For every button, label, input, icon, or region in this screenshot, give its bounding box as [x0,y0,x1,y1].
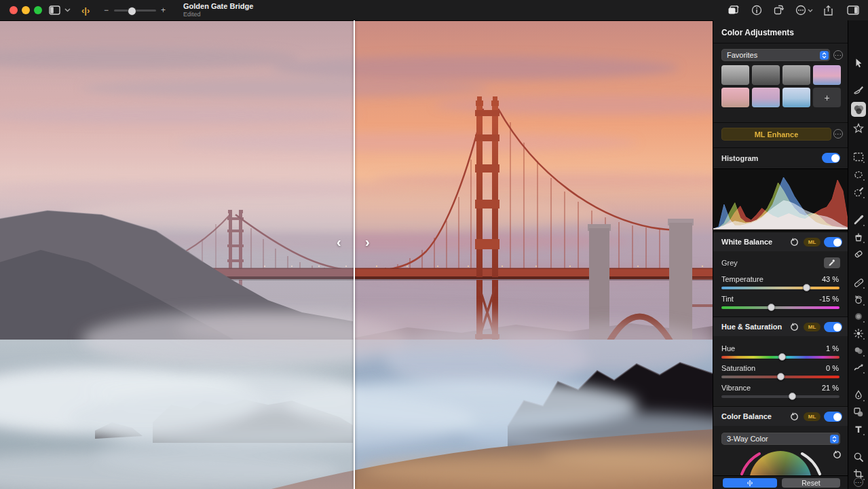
temperature-slider[interactable] [721,287,839,289]
saturation-slider-knob[interactable] [777,373,785,380]
vibrance-slider[interactable] [721,395,839,398]
preset-thumbnail-cool-blue[interactable] [782,88,810,107]
more-options-button[interactable] [795,4,806,16]
compare-mode-button[interactable]: ‹|› [81,4,90,16]
rect-select-tool-icon[interactable] [851,149,866,164]
preset-thumbnail-purple[interactable] [813,65,841,85]
color-wheel-reset-icon[interactable] [832,450,842,460]
color-balance-title: Color Balance [721,412,772,420]
hue-saturation-ml-badge[interactable]: ML [804,323,820,331]
color-balance-toggle[interactable] [824,412,842,422]
temperature-slider-knob[interactable] [803,284,810,291]
add-preset-button[interactable]: + [813,88,841,107]
arrange-tool-icon[interactable] [851,56,866,71]
minimize-window-button[interactable] [22,6,30,14]
zoom-in-button[interactable]: + [161,4,166,16]
saturation-label: Saturation [721,364,755,372]
color-adjustments-panel: Color Adjustments Favorites ··· + ML Enh… [713,20,848,489]
canvas-settings-icon[interactable] [728,4,740,16]
hue-label: Hue [721,344,735,352]
hue-slider-knob[interactable] [778,353,786,361]
warp-tool-icon[interactable] [851,360,866,375]
tint-label: Tint [721,295,734,303]
close-window-button[interactable] [10,6,18,14]
compare-right-arrow-icon[interactable]: › [365,234,370,250]
grey-eyedropper-button[interactable] [824,257,840,268]
presets-dropdown[interactable]: Favorites [721,49,830,61]
pen-tool-icon[interactable] [851,388,866,403]
toggle-right-sidebar-button[interactable] [847,4,859,16]
white-balance-title: White Balance [721,238,772,246]
share-button[interactable] [823,4,833,16]
color-balance-ml-badge[interactable]: ML [804,412,820,421]
color-adjustments-tool-icon[interactable] [851,102,866,117]
sidebar-chevron-down-icon[interactable] [64,4,71,16]
preset-thumbnail-bw-dark[interactable] [752,65,780,85]
compare-split-divider[interactable] [354,20,355,489]
grey-label: Grey [721,259,738,267]
vibrance-value: 21 % [822,384,839,392]
zoom-window-button[interactable] [34,6,42,14]
effects-tool-icon[interactable] [851,121,866,136]
white-balance-ml-badge[interactable]: ML [804,238,820,247]
document-title: Golden Gate Bridge [183,2,253,10]
panel-title: Color Adjustments [721,28,794,37]
reset-button[interactable]: Reset [782,478,840,488]
tint-value: -15 % [819,295,839,303]
repair-tool-icon[interactable] [851,275,866,290]
preset-thumbnail-bw-medium[interactable] [782,65,810,85]
presets-more-button[interactable]: ··· [833,50,843,60]
tint-slider[interactable] [721,306,839,309]
clone-tool-icon[interactable] [851,292,866,307]
zoom-tool-icon[interactable] [851,450,866,465]
histogram-toggle[interactable] [822,153,840,163]
photo-before [0,20,355,489]
histogram-label: Histogram [721,154,758,162]
saturation-slider[interactable] [721,376,839,378]
color-balance-mode-dropdown[interactable]: 3-Way Color [721,433,840,445]
type-tool-icon[interactable] [851,422,866,437]
hue-slider[interactable] [721,356,839,359]
hue-saturation-toggle[interactable] [824,322,842,332]
vibrance-slider-knob[interactable] [789,393,796,400]
more-options-chevron-icon[interactable] [808,4,813,16]
free-select-tool-icon[interactable] [851,167,866,182]
hue-saturation-reset-icon[interactable] [789,322,799,332]
panel-footer: ‹|› Reset [713,475,848,489]
color-balance-mode-value: 3-Way Color [727,435,768,443]
soften-tool-icon[interactable] [851,309,866,324]
preset-thumbnail-bw-light[interactable] [721,65,749,85]
temperature-label: Temperature [721,275,763,283]
toggle-left-sidebar-button[interactable] [49,4,60,16]
dropdown-stepper-icon [830,435,839,443]
zoom-slider-knob[interactable] [128,7,136,16]
rotate-canvas-button[interactable] [773,4,784,16]
quick-select-tool-icon[interactable] [851,185,866,200]
preset-thumbnail-pink-blue[interactable] [752,88,780,107]
presets-dropdown-value: Favorites [727,51,757,59]
compare-left-arrow-icon[interactable]: ‹ [337,234,341,250]
preset-thumbnail-warm-pink[interactable] [721,88,749,107]
white-balance-toggle[interactable] [824,237,842,247]
compare-button[interactable]: ‹|› [723,478,777,488]
sharpen-tool-icon[interactable] [851,326,866,341]
style-tool-icon[interactable] [851,83,866,98]
tint-slider-knob[interactable] [768,304,775,311]
color-balance-reset-icon[interactable] [789,412,799,422]
ml-enhance-more-button[interactable]: ··· [833,129,843,139]
more-tools-button[interactable]: ··· [854,477,863,487]
vibrance-label: Vibrance [721,384,751,392]
histogram-chart [713,168,848,234]
zoom-slider[interactable] [114,10,156,12]
canvas-area[interactable] [0,20,713,489]
ml-enhance-button[interactable]: ML Enhance [721,128,831,141]
zoom-out-button[interactable]: − [104,4,109,16]
erase-tool-icon[interactable] [851,247,866,261]
fill-tool-icon[interactable] [851,230,866,244]
paint-tool-icon[interactable] [851,213,866,228]
info-button[interactable] [751,4,762,16]
white-balance-reset-icon[interactable] [789,237,799,247]
shapes-tool-icon[interactable] [851,405,866,420]
document-status: Edited [183,11,201,18]
dodge-burn-tool-icon[interactable] [851,343,866,358]
